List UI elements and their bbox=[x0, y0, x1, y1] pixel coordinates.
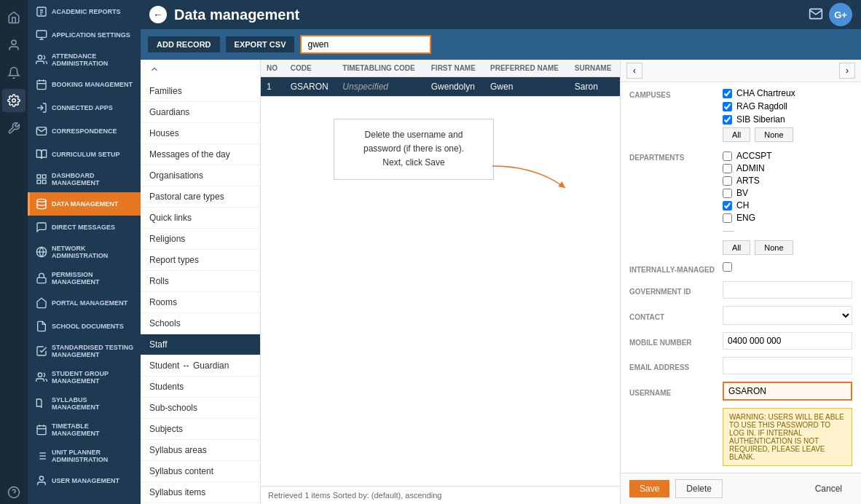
svg-rect-21 bbox=[37, 426, 46, 435]
delete-button[interactable]: Delete bbox=[675, 479, 723, 498]
username-value bbox=[723, 382, 852, 401]
search-input[interactable] bbox=[300, 35, 431, 54]
sidebar-item-curriculum-setup[interactable]: CURRICULUM SETUP bbox=[28, 143, 141, 166]
warning-spacer bbox=[629, 408, 717, 411]
sidebar-item-dashboard-management[interactable]: DASHBOARD MANAGEMENT bbox=[28, 166, 141, 192]
icon-bar-settings[interactable] bbox=[2, 89, 25, 112]
list-item-syllabus-areas[interactable]: Syllabus areas bbox=[141, 440, 260, 461]
list-item-syllabus-items[interactable]: Syllabus items bbox=[141, 482, 260, 503]
icon-bar-home[interactable] bbox=[2, 6, 25, 29]
top-bar: ← Data management G+ bbox=[141, 0, 861, 29]
sidebar-item-attendance-admin[interactable]: ATTENDANCE ADMINISTRATION bbox=[28, 47, 141, 73]
data-table: NO CODE TIMETABLING CODE FIRST NAME PREF… bbox=[261, 60, 620, 97]
sidebar-item-application-settings[interactable]: APPLICATION SETTINGS bbox=[28, 23, 141, 47]
dept-arts-checkbox[interactable] bbox=[723, 176, 732, 186]
dept-eng-checkbox[interactable] bbox=[723, 213, 732, 223]
table-row[interactable]: 1 GSARON Unspecified Gwendolyn Gwen Saro… bbox=[261, 77, 620, 97]
list-item-student-guardian[interactable]: Student ↔ Guardian bbox=[141, 355, 260, 377]
campuses-all-button[interactable]: All bbox=[723, 127, 750, 142]
sidebar-label-user-management: USER MANAGEMENT bbox=[52, 477, 119, 484]
sidebar-item-user-management[interactable]: USER MANAGEMENT bbox=[28, 469, 141, 492]
detail-next-button[interactable]: › bbox=[839, 63, 855, 79]
campus-rag-checkbox[interactable] bbox=[723, 102, 732, 111]
government-id-input[interactable] bbox=[723, 281, 852, 299]
list-item-report-types[interactable]: Report types bbox=[141, 250, 260, 271]
departments-all-button[interactable]: All bbox=[723, 240, 750, 255]
campus-cha-checkbox[interactable] bbox=[723, 89, 732, 98]
dept-accspt-checkbox[interactable] bbox=[723, 151, 732, 161]
dept-bv-checkbox[interactable] bbox=[723, 189, 732, 198]
list-item-houses[interactable]: Houses bbox=[141, 123, 260, 144]
list-item-staff[interactable]: Staff bbox=[141, 334, 260, 355]
icon-bar bbox=[0, 0, 28, 504]
list-panel-expand-icon[interactable] bbox=[149, 64, 160, 76]
contact-select[interactable] bbox=[723, 306, 852, 325]
detail-content: CAMPUSES CHA Chartreux RAG Ra bbox=[621, 82, 861, 473]
list-item-quick-links[interactable]: Quick links bbox=[141, 208, 260, 229]
sidebar-item-network-admin[interactable]: NETWORK ADMINISTRATION bbox=[28, 239, 141, 265]
export-csv-button[interactable]: EXPORT CSV bbox=[226, 36, 295, 52]
save-button[interactable]: Save bbox=[629, 480, 669, 497]
sidebar-label-booking-management: BOOKING MANAGEMENT bbox=[52, 81, 133, 88]
list-item-students[interactable]: Students bbox=[141, 377, 260, 398]
departments-none-button[interactable]: None bbox=[755, 240, 793, 255]
icon-bar-bell[interactable] bbox=[2, 61, 25, 84]
email-address-field: EMAIL ADDRESS bbox=[629, 357, 852, 374]
campuses-none-button[interactable]: None bbox=[755, 127, 793, 142]
list-item-sub-schools[interactable]: Sub-schools bbox=[141, 398, 260, 419]
sidebar-item-school-documents[interactable]: SCHOOL DOCUMENTS bbox=[28, 315, 141, 338]
list-item-pastoral-care[interactable]: Pastoral care types bbox=[141, 186, 260, 208]
back-button[interactable]: ← bbox=[149, 6, 167, 23]
detail-prev-button[interactable]: ‹ bbox=[626, 63, 642, 79]
sidebar-item-standardised-testing[interactable]: STANDARDISED TESTING MANAGEMENT bbox=[28, 338, 141, 364]
sidebar-label-connected-apps: CONNECTED APPS bbox=[52, 104, 113, 111]
sidebar-item-unit-planner[interactable]: UNIT PLANNER ADMINISTRATION bbox=[28, 443, 141, 469]
list-item-religions[interactable]: Religions bbox=[141, 229, 260, 250]
list-item-families[interactable]: Families bbox=[141, 81, 260, 102]
internally-managed-checkbox[interactable] bbox=[723, 262, 732, 272]
campuses-list: CHA Chartreux RAG Ragdoll SIB Siberian bbox=[723, 88, 852, 125]
content-area: Families Guardians Houses Messages of th… bbox=[141, 60, 861, 504]
mobile-number-input[interactable] bbox=[723, 332, 852, 350]
sidebar-item-portal-management[interactable]: PORTAL MANAGEMENT bbox=[28, 291, 141, 315]
username-label: USERNAME bbox=[629, 386, 717, 397]
col-no: NO bbox=[261, 60, 285, 77]
svg-point-6 bbox=[38, 55, 42, 59]
svg-rect-13 bbox=[42, 175, 46, 178]
sidebar-item-booking-management[interactable]: BOOKING MANAGEMENT bbox=[28, 73, 141, 96]
list-item-guardians[interactable]: Guardians bbox=[141, 102, 260, 123]
sidebar-item-connected-apps[interactable]: CONNECTED APPS bbox=[28, 96, 141, 119]
list-item-messages[interactable]: Messages of the day bbox=[141, 144, 260, 165]
svg-rect-15 bbox=[37, 180, 41, 184]
contact-value bbox=[723, 306, 852, 325]
list-item-organisations[interactable]: Organisations bbox=[141, 165, 260, 186]
icon-bar-help[interactable] bbox=[2, 481, 25, 504]
dept-eng: ENG bbox=[723, 213, 852, 223]
sidebar-item-permission-management[interactable]: PERMISSION MANAGEMENT bbox=[28, 265, 141, 291]
list-item-schools[interactable]: Schools bbox=[141, 313, 260, 334]
sidebar-item-academic-reports[interactable]: ACADEMIC REPORTS bbox=[28, 0, 141, 23]
list-item-rooms[interactable]: Rooms bbox=[141, 292, 260, 313]
user-avatar[interactable]: G+ bbox=[829, 3, 852, 26]
sidebar-item-timetable-management[interactable]: TIMETABLE MANAGEMENT bbox=[28, 417, 141, 443]
sidebar-item-correspondence[interactable]: CORRESPONDENCE bbox=[28, 119, 141, 143]
sidebar-label-unit-planner: UNIT PLANNER ADMINISTRATION bbox=[52, 449, 135, 463]
mail-icon[interactable] bbox=[809, 7, 823, 23]
campus-sib-checkbox[interactable] bbox=[723, 115, 732, 125]
sidebar-item-student-group[interactable]: STUDENT GROUP MANAGEMENT bbox=[28, 364, 141, 390]
list-item-syllabus-content[interactable]: Syllabus content bbox=[141, 461, 260, 482]
cancel-button[interactable]: Cancel bbox=[805, 480, 852, 497]
icon-bar-person[interactable] bbox=[2, 34, 25, 57]
list-item-subjects[interactable]: Subjects bbox=[141, 419, 260, 440]
sidebar-item-syllabus-management[interactable]: SYLLABUS MANAGEMENT bbox=[28, 390, 141, 417]
sidebar-item-direct-messages[interactable]: DIRECT MESSAGES bbox=[28, 216, 141, 239]
sidebar-item-data-management[interactable]: DATA MANAGEMENT bbox=[28, 192, 141, 216]
list-item-rolls[interactable]: Rolls bbox=[141, 271, 260, 292]
campus-sib: SIB Siberian bbox=[723, 114, 852, 125]
dept-ch-checkbox[interactable] bbox=[723, 201, 732, 210]
dept-admin-checkbox[interactable] bbox=[723, 164, 732, 173]
email-address-input[interactable] bbox=[723, 357, 852, 374]
icon-bar-tools[interactable] bbox=[2, 117, 25, 140]
add-record-button[interactable]: ADD RECORD bbox=[148, 36, 220, 52]
username-input[interactable] bbox=[723, 382, 852, 401]
